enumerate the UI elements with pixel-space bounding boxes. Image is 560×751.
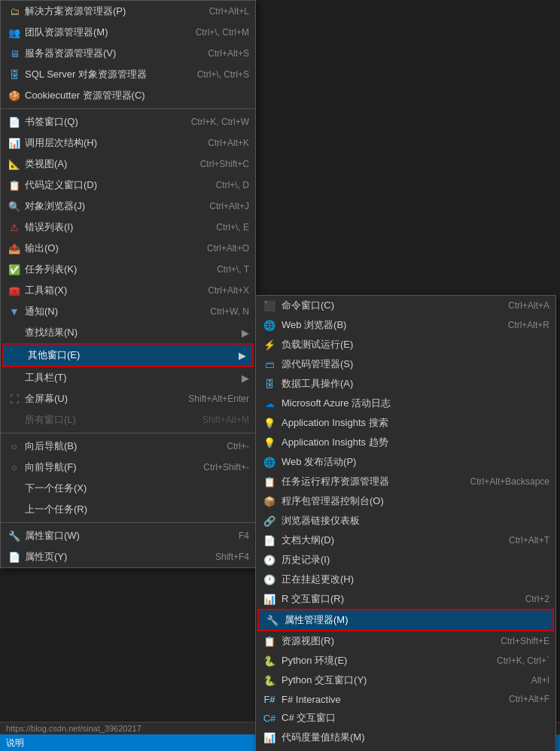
menu-prev-task[interactable]: 上一个任务(R) <box>1 499 255 520</box>
separator-3 <box>1 522 255 523</box>
web-publish-icon: 🌐 <box>262 456 277 468</box>
data-tools-icon: 🗄 <box>262 378 277 390</box>
submenu-fsharp-interactive[interactable]: F# F# Interactive Ctrl+Alt+F <box>256 690 555 708</box>
navigate-forward-icon: ○ <box>7 460 22 475</box>
menu-object-browser[interactable]: 🔍 对象浏览器(J) Ctrl+Alt+J <box>1 196 255 217</box>
submenu-app-insights-trends[interactable]: 💡 Application Insights 趋势 <box>256 433 555 452</box>
bookmarks-icon: 📄 <box>7 114 22 129</box>
menu-other-windows[interactable]: 其他窗口(E) ▶ <box>2 343 254 367</box>
python-interactive-icon: 🐍 <box>262 674 277 686</box>
fullscreen-icon: ⛶ <box>7 391 22 406</box>
other-windows-arrow: ▶ <box>239 350 246 361</box>
r-window-icon: 📊 <box>262 593 277 605</box>
submenu-load-test[interactable]: ⚡ 负载测试运行(E) <box>256 335 555 354</box>
submenu-web-browser[interactable]: 🌐 Web 浏览器(B) Ctrl+Alt+R <box>256 315 555 335</box>
find-results-icon <box>7 325 22 340</box>
submenu-history[interactable]: 🕐 历史记录(I) <box>256 550 555 570</box>
menu-cookiecutter[interactable]: 🍪 Cookiecutter 资源管理器(C) <box>1 85 255 106</box>
command-window-icon: ⬛ <box>262 299 277 312</box>
submenu-azure-log[interactable]: ☁ Microsoft Azure 活动日志 <box>256 394 555 413</box>
menu-task-list[interactable]: ✅ 任务列表(K) Ctrl+\, T <box>1 259 255 280</box>
separator-2 <box>1 433 255 433</box>
view-menu-dropdown: 🗂 解决方案资源管理器(P) Ctrl+Alt+L 👥 团队资源管理器(M) C… <box>0 0 256 568</box>
load-test-icon: ⚡ <box>262 339 277 351</box>
property-pages-icon: 📄 <box>7 549 22 564</box>
menu-server-explorer[interactable]: 🖥 服务器资源管理器(V) Ctrl+Alt+S <box>1 43 255 64</box>
separator-1 <box>1 108 255 109</box>
menu-toolbar-sub[interactable]: 工具栏(T) ▶ <box>1 367 255 388</box>
menu-navigate-forward[interactable]: ○ 向前导航(F) Ctrl+Shift+- <box>1 457 255 478</box>
menu-code-definition[interactable]: 📋 代码定义窗口(D) Ctrl+\, D <box>1 175 255 196</box>
submenu-code-metrics[interactable]: 📊 代码度量值结果(M) <box>256 728 555 747</box>
menu-fullscreen[interactable]: ⛶ 全屏幕(U) Shift+Alt+Enter <box>1 388 255 409</box>
app-insights-trends-icon: 💡 <box>262 436 277 448</box>
fsharp-interactive-icon: F# <box>262 693 277 705</box>
submenu-web-publish[interactable]: 🌐 Web 发布活动(P) <box>256 452 555 472</box>
source-control-icon: 🗃 <box>262 358 277 370</box>
server-explorer-icon: 🖥 <box>7 46 22 61</box>
menu-toolbox[interactable]: 🧰 工具箱(X) Ctrl+Alt+X <box>1 280 255 301</box>
class-view-icon: 📐 <box>7 157 22 172</box>
menu-bookmarks[interactable]: 📄 书签窗口(Q) Ctrl+K, Ctrl+W <box>1 111 255 132</box>
submenu-python-perf[interactable]: 📈 Python 性能资源管理器 <box>256 747 555 751</box>
menu-properties-window[interactable]: 🔧 属性窗口(W) F4 <box>1 525 255 546</box>
menu-output[interactable]: 📤 输出(O) Ctrl+Alt+O <box>1 238 255 259</box>
submenu-command-window[interactable]: ⬛ 命令窗口(C) Ctrl+Alt+A <box>256 296 555 315</box>
menu-find-results[interactable]: 查找结果(N) ▶ <box>1 322 255 343</box>
solution-explorer-icon: 🗂 <box>7 4 22 19</box>
submenu-pkg-console[interactable]: 📦 程序包管理器控制台(O) <box>256 491 555 511</box>
app-insights-search-icon: 💡 <box>262 417 277 429</box>
toolbox-icon: 🧰 <box>7 283 22 298</box>
python-env-icon: 🐍 <box>262 655 277 667</box>
menu-property-pages[interactable]: 📄 属性页(Y) Shift+F4 <box>1 546 255 567</box>
menu-all-windows[interactable]: 所有窗口(L) Shift+Alt+M <box>1 409 255 430</box>
submenu-doc-outline[interactable]: 📄 文档大纲(D) Ctrl+Alt+T <box>256 531 555 550</box>
menu-team-explorer[interactable]: 👥 团队资源管理器(M) Ctrl+\, Ctrl+M <box>1 22 255 43</box>
submenu-data-tools[interactable]: 🗄 数据工具操作(A) <box>256 374 555 394</box>
submenu-python-interactive[interactable]: 🐍 Python 交互窗口(Y) Alt+I <box>256 670 555 690</box>
other-windows-submenu: ⬛ 命令窗口(C) Ctrl+Alt+A 🌐 Web 浏览器(B) Ctrl+A… <box>255 295 556 751</box>
azure-icon: ☁ <box>262 397 277 409</box>
menu-sql-explorer[interactable]: 🗄 SQL Server 对象资源管理器 Ctrl+\, Ctrl+S <box>1 64 255 85</box>
output-icon: 📤 <box>7 241 22 256</box>
menu-error-list[interactable]: ⚠ 错误列表(I) Ctrl+\, E <box>1 217 255 238</box>
menu-navigate-back[interactable]: ○ 向后导航(B) Ctrl+- <box>1 436 255 457</box>
submenu-source-control[interactable]: 🗃 源代码管理器(S) <box>256 354 555 374</box>
menu-solution-explorer[interactable]: 🗂 解决方案资源管理器(P) Ctrl+Alt+L <box>1 1 255 22</box>
find-results-arrow: ▶ <box>242 327 249 339</box>
call-hierarchy-icon: 📊 <box>7 135 22 151</box>
pending-changes-icon: 🕐 <box>262 573 277 585</box>
menu-next-task[interactable]: 下一个任务(X) <box>1 478 255 499</box>
submenu-r-window[interactable]: 📊 R 交互窗口(R) Ctrl+2 <box>256 589 555 609</box>
submenu-property-manager[interactable]: 🔧 属性管理器(M) <box>257 609 554 631</box>
prev-task-icon <box>7 502 22 517</box>
task-list-icon: ✅ <box>7 262 22 277</box>
dropdown-overlay: 🗂 解决方案资源管理器(P) Ctrl+Alt+L 👥 团队资源管理器(M) C… <box>0 0 560 751</box>
resource-view-icon: 📋 <box>262 635 277 647</box>
sql-explorer-icon: 🗄 <box>7 67 22 82</box>
team-explorer-icon: 👥 <box>7 25 22 40</box>
code-definition-icon: 📋 <box>7 178 22 193</box>
menu-class-view[interactable]: 📐 类视图(A) Ctrl+Shift+C <box>1 154 255 175</box>
submenu-resource-view[interactable]: 📋 资源视图(R) Ctrl+Shift+E <box>256 631 555 651</box>
doc-outline-icon: 📄 <box>262 534 277 546</box>
menu-notifications[interactable]: ▼ 通知(N) Ctrl+W, N <box>1 301 255 322</box>
submenu-csharp-interactive[interactable]: C# C# 交互窗口 <box>256 708 555 728</box>
code-metrics-icon: 📊 <box>262 731 277 743</box>
pkg-console-icon: 📦 <box>262 495 277 507</box>
cookiecutter-icon: 🍪 <box>7 88 22 103</box>
menu-call-hierarchy[interactable]: 📊 调用层次结构(H) Ctrl+Alt+K <box>1 132 255 154</box>
submenu-browser-link[interactable]: 🔗 浏览器链接仪表板 <box>256 511 555 531</box>
all-windows-icon <box>7 412 22 427</box>
submenu-app-insights-search[interactable]: 💡 Application Insights 搜索 <box>256 413 555 433</box>
object-browser-icon: 🔍 <box>7 199 22 214</box>
properties-window-icon: 🔧 <box>7 528 22 543</box>
toolbar-sub-icon <box>7 370 22 385</box>
error-list-icon: ⚠ <box>7 220 22 235</box>
csharp-interactive-icon: C# <box>262 712 277 724</box>
submenu-pending-changes[interactable]: 🕐 正在挂起更改(H) <box>256 570 555 589</box>
toolbar-sub-arrow: ▶ <box>242 372 249 384</box>
submenu-python-env[interactable]: 🐍 Python 环境(E) Ctrl+K, Ctrl+` <box>256 651 555 670</box>
browser-link-icon: 🔗 <box>262 515 277 527</box>
submenu-task-runner[interactable]: 📋 任务运行程序资源管理器 Ctrl+Alt+Backsapce <box>256 472 555 491</box>
